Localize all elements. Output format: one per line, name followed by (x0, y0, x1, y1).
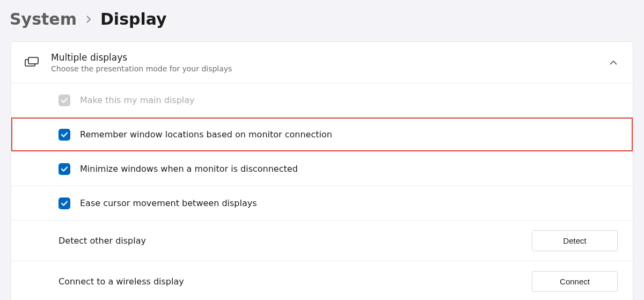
connect-button[interactable]: Connect (532, 271, 618, 292)
row-wireless-display: Connect to a wireless display Connect (11, 261, 633, 300)
label-remember-locations: Remember window locations based on monit… (80, 129, 618, 140)
label-minimize-disconnect: Minimize windows when a monitor is disco… (80, 164, 618, 174)
label-wireless-display: Connect to a wireless display (58, 276, 522, 287)
row-minimize-disconnect[interactable]: Minimize windows when a monitor is disco… (11, 152, 633, 186)
checkbox-minimize-disconnect[interactable] (58, 163, 70, 175)
checkbox-ease-cursor[interactable] (58, 197, 70, 209)
displays-icon (24, 55, 39, 70)
label-detect-display: Detect other display (58, 236, 522, 246)
section-subtitle: Choose the presentation mode for your di… (51, 64, 597, 73)
breadcrumb-parent[interactable]: System (10, 10, 77, 28)
multiple-displays-header[interactable]: Multiple displays Choose the presentatio… (11, 42, 633, 83)
checkbox-remember-locations[interactable] (58, 129, 70, 141)
row-detect-display: Detect other display Detect (11, 221, 633, 261)
multiple-displays-panel: Multiple displays Choose the presentatio… (11, 41, 633, 300)
row-remember-locations[interactable]: Remember window locations based on monit… (11, 118, 633, 152)
detect-button[interactable]: Detect (532, 230, 618, 251)
label-main-display: Make this my main display (80, 95, 618, 105)
row-main-display: Make this my main display (11, 83, 633, 118)
section-titles: Multiple displays Choose the presentatio… (51, 52, 597, 73)
label-ease-cursor: Ease cursor movement between displays (80, 198, 618, 208)
checkbox-main-display (58, 94, 70, 106)
chevron-right-icon (85, 13, 92, 26)
chevron-up-icon (609, 57, 618, 68)
svg-rect-1 (28, 57, 38, 64)
breadcrumb: System Display (0, 0, 644, 41)
section-title: Multiple displays (51, 52, 597, 63)
breadcrumb-current: Display (100, 10, 167, 28)
row-ease-cursor[interactable]: Ease cursor movement between displays (11, 186, 633, 221)
